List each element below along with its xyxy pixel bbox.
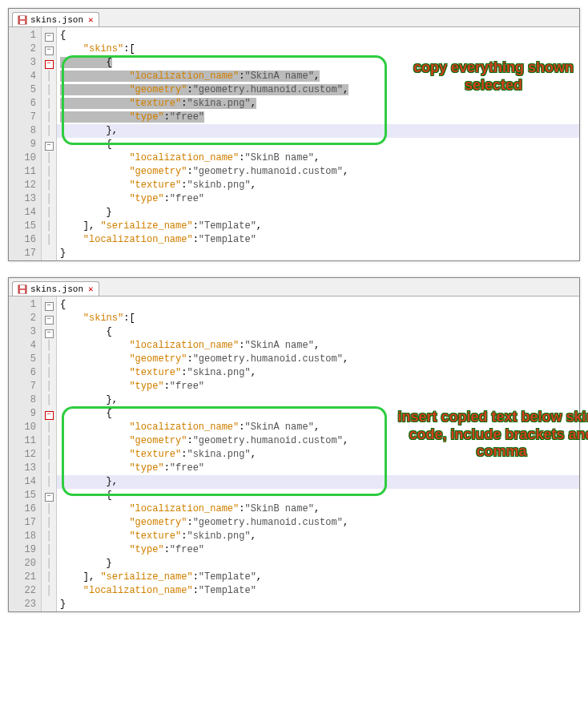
code-area-top[interactable]: 1234567891011121314151617 −−−│││││−│││││… (9, 27, 579, 260)
editor-top: skins.json ✕ 1234567891011121314151617 −… (8, 8, 580, 261)
line-number: 17 (9, 247, 41, 260)
tab-filename: skins.json (30, 15, 83, 25)
code-line[interactable]: "geometry":"geometry.humanoid.custom", (57, 353, 579, 366)
line-number: 21 (9, 571, 41, 584)
line-number: 2 (9, 312, 41, 325)
code-line[interactable]: } (57, 557, 579, 571)
code-line[interactable]: { (57, 56, 579, 70)
fold-marker[interactable]: − (42, 312, 56, 325)
code-line[interactable]: "localization_name":"SkinA name", (57, 70, 579, 83)
line-number: 1 (9, 29, 41, 42)
code-line[interactable]: }, (57, 124, 579, 138)
tab-bar: skins.json ✕ (9, 278, 579, 296)
fold-marker: │ (42, 124, 56, 138)
line-number: 4 (9, 339, 41, 353)
code-line[interactable]: ], "serialize_name":"Template", (57, 571, 579, 584)
code-line[interactable]: { (57, 489, 579, 502)
code-line[interactable]: "texture":"skina.png", (57, 97, 579, 111)
fold-marker: │ (42, 434, 56, 448)
code-line[interactable]: "localization_name":"Template" (57, 584, 579, 598)
fold-marker[interactable]: − (42, 407, 56, 421)
line-number: 16 (9, 502, 41, 516)
fold-marker: │ (42, 421, 56, 434)
fold-marker: │ (42, 571, 56, 584)
fold-marker[interactable]: − (42, 42, 56, 56)
code-line[interactable]: "texture":"skina.png", (57, 366, 579, 380)
code-line[interactable]: "geometry":"geometry.humanoid.custom", (57, 165, 579, 179)
code-line[interactable]: "localization_name":"SkinB name", (57, 502, 579, 516)
fold-marker[interactable]: − (42, 489, 56, 502)
code-line[interactable]: } (57, 206, 579, 220)
fold-gutter[interactable]: −−−│││││−│││││││ (42, 27, 57, 260)
line-number: 20 (9, 557, 41, 571)
code-line[interactable]: }, (57, 475, 579, 489)
line-number: 23 (9, 598, 41, 611)
code-line[interactable]: "localization_name":"Template" (57, 233, 579, 247)
close-icon[interactable]: ✕ (88, 284, 94, 294)
code-line[interactable]: { (57, 325, 579, 339)
fold-marker: │ (42, 380, 56, 393)
line-number: 16 (9, 233, 41, 247)
code-line[interactable]: "type":"free" (57, 380, 579, 393)
close-icon[interactable]: ✕ (88, 14, 94, 25)
code-line[interactable]: "type":"free" (57, 192, 579, 206)
code-line[interactable]: { (57, 407, 579, 421)
code-line[interactable]: "geometry":"geometry.humanoid.custom", (57, 83, 579, 97)
line-number: 2 (9, 42, 41, 56)
code-line[interactable]: { (57, 138, 579, 151)
fold-marker: │ (42, 502, 56, 516)
fold-marker[interactable]: − (42, 29, 56, 42)
code-content[interactable]: insert copied text below skinA code, inc… (57, 296, 579, 611)
code-line[interactable]: "texture":"skina.png", (57, 448, 579, 462)
code-line[interactable]: "localization_name":"SkinA name", (57, 421, 579, 434)
svg-rect-5 (20, 290, 25, 293)
fold-marker: │ (42, 165, 56, 179)
fold-marker: │ (42, 233, 56, 247)
code-line[interactable]: "localization_name":"SkinB name", (57, 151, 579, 165)
fold-marker: │ (42, 462, 56, 475)
fold-marker: │ (42, 70, 56, 83)
code-line[interactable]: "localization_name":"SkinA name", (57, 339, 579, 353)
fold-marker[interactable]: − (42, 298, 56, 312)
fold-marker[interactable]: − (42, 138, 56, 151)
fold-marker: │ (42, 516, 56, 530)
fold-marker[interactable]: − (42, 325, 56, 339)
editor-bottom: skins.json ✕ 123456789101112131415161718… (8, 277, 580, 612)
code-line[interactable]: "skins":[ (57, 42, 579, 56)
file-tab[interactable]: skins.json ✕ (12, 281, 99, 296)
file-tab[interactable]: skins.json ✕ (12, 12, 99, 26)
code-line[interactable]: }, (57, 393, 579, 407)
fold-marker: │ (42, 179, 56, 192)
code-line[interactable]: { (57, 298, 579, 312)
code-line[interactable]: } (57, 247, 579, 260)
fold-marker: │ (42, 557, 56, 571)
code-line[interactable]: "type":"free" (57, 543, 579, 557)
line-number: 12 (9, 448, 41, 462)
fold-gutter[interactable]: −−−│││││−│││││−│││││││ (42, 296, 57, 611)
code-line[interactable]: { (57, 29, 579, 42)
code-line[interactable]: "texture":"skinb.png", (57, 530, 579, 543)
code-line[interactable]: "texture":"skinb.png", (57, 179, 579, 192)
fold-marker: │ (42, 543, 56, 557)
code-area-bottom[interactable]: 1234567891011121314151617181920212223 −−… (9, 296, 579, 611)
code-line[interactable]: ], "serialize_name":"Template", (57, 220, 579, 233)
line-number: 4 (9, 70, 41, 83)
code-line[interactable]: "geometry":"geometry.humanoid.custom", (57, 434, 579, 448)
svg-rect-1 (20, 16, 25, 19)
code-line[interactable]: "geometry":"geometry.humanoid.custom", (57, 516, 579, 530)
code-line[interactable]: "type":"free" (57, 111, 579, 124)
line-number: 19 (9, 543, 41, 557)
line-number: 17 (9, 516, 41, 530)
code-content[interactable]: copy everything shown selected { "skins"… (57, 27, 579, 260)
fold-marker (42, 247, 56, 260)
code-line[interactable]: } (57, 598, 579, 611)
fold-marker (42, 598, 56, 611)
code-line[interactable]: "type":"free" (57, 462, 579, 475)
line-number-gutter: 1234567891011121314151617 (9, 27, 42, 260)
line-number: 18 (9, 530, 41, 543)
fold-marker: │ (42, 475, 56, 489)
code-line[interactable]: "skins":[ (57, 312, 579, 325)
line-number: 13 (9, 192, 41, 206)
fold-marker: │ (42, 393, 56, 407)
fold-marker[interactable]: − (42, 56, 56, 70)
